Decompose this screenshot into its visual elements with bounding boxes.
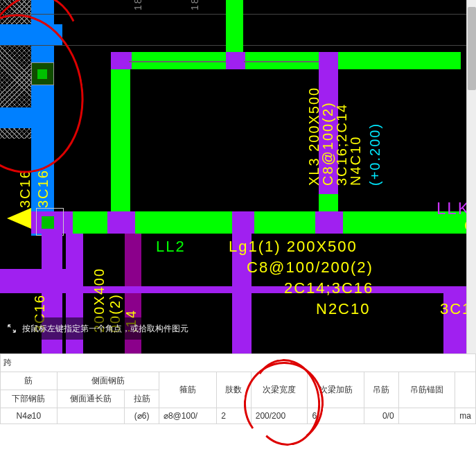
joint-purple [315,211,343,234]
group-header: 筋 [1,372,58,390]
col-header[interactable]: 吊筋 [364,372,399,408]
command-prompt-bar: 按鼠标左键指定第一个角点，或拾取构件图元 [0,317,195,340]
beam-purple-h [0,269,66,286]
joint-purple [107,211,135,234]
properties-table-panel: 跨 筋 侧面钢筋 箍筋 肢数 次梁宽度 次梁加筋 吊筋 吊筋锚固 下部钢筋 侧面… [0,353,476,424]
beam-green-v1 [226,0,243,52]
label-lg1-name: Lg1(1) 200X500 [229,237,358,257]
cell[interactable]: ma [455,408,476,424]
cell[interactable] [57,408,125,424]
cell[interactable]: (⌀6) [125,408,159,424]
joint-purple [319,52,338,69]
label-xl3-extra: N4C10 [346,136,364,186]
label-lg1-extra: N2C10 [316,299,370,320]
cad-viewport[interactable]: XL3 200X500 C8@100(2) 3C16;2C14 N4C10 (+… [0,0,476,353]
cell[interactable] [398,408,455,424]
scrollbar-thumb[interactable] [468,7,476,90]
cell[interactable]: ⌀8@100/ [159,408,216,424]
beam-green-v2 [111,66,130,225]
joint-purple [226,52,245,69]
col-header[interactable]: 侧面通长筋 [57,390,125,408]
label-lg1-bars: 2C14;3C16 [284,279,373,299]
dashline [129,61,226,62]
col-header[interactable]: 下部钢筋 [1,390,58,408]
joint-outline [36,208,64,236]
beam-purple-h [0,286,476,293]
annotation-red-circle [0,6,94,182]
col-header[interactable]: 拉筋 [125,390,159,408]
arrow-left-icon [7,208,31,229]
cell[interactable]: N4⌀10 [1,408,58,424]
beam-purple-v [443,288,466,353]
dim-top: 180 [132,0,144,10]
dashline [244,61,319,62]
cell[interactable]: 0/0 [364,408,399,424]
col-header[interactable]: 吊筋锚固 [398,372,455,408]
label-ll2: LL2 [156,237,186,257]
command-prompt-text: 按鼠标左键指定第一个角点，或拾取构件图元 [22,323,188,335]
properties-table: 跨 筋 侧面钢筋 箍筋 肢数 次梁宽度 次梁加筋 吊筋 吊筋锚固 下部钢筋 侧面… [0,353,476,424]
span-label: 跨 [1,354,476,372]
vertical-scrollbar[interactable] [466,0,476,353]
group-header: 侧面钢筋 [57,372,159,390]
dim-top: 180 [188,0,201,10]
label-xl3-offset: (+0.200) [366,123,384,186]
expand-arrows-icon [7,324,17,333]
joint-purple [232,211,254,234]
col-header[interactable]: 箍筋 [159,372,216,408]
label-lg1-stirrup: C8@100/200(2) [247,258,373,278]
label-left: 3C16 3C16 [16,169,52,208]
